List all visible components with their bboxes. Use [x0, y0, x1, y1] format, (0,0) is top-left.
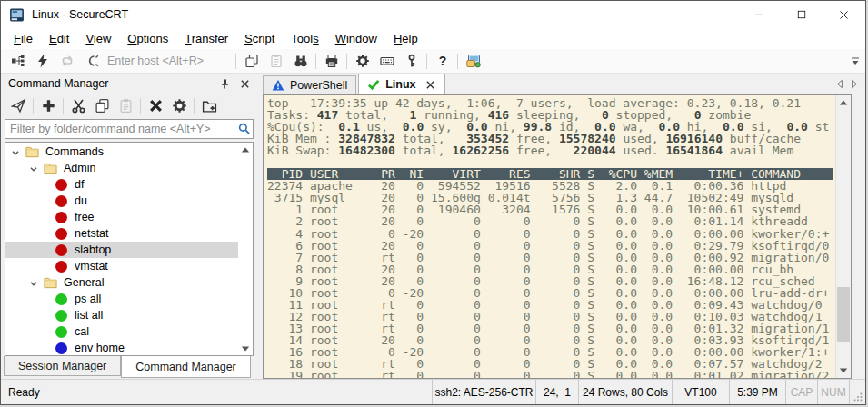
copy-command-icon[interactable] [90, 94, 114, 116]
tree-item-commands[interactable]: Commands [5, 144, 238, 160]
menu-script[interactable]: Script [236, 29, 283, 49]
tree-item-free[interactable]: free [5, 209, 238, 225]
tree-item-slabtop[interactable]: slabtop [5, 242, 238, 258]
toolbar-separator [315, 54, 316, 69]
panel-title: Command Manager [8, 77, 215, 90]
status-num-indicator: NUM [817, 380, 849, 404]
folder-icon [25, 145, 39, 158]
toolbar-separator [457, 54, 458, 69]
menu-help[interactable]: Help [385, 29, 426, 49]
sidebar-tabs: Session Manager Command Manager [1, 356, 257, 379]
delete-command-icon[interactable] [144, 94, 167, 116]
minimize-button[interactable] [737, 1, 780, 28]
tree-item-label: df [75, 178, 84, 191]
command-dot-icon [55, 244, 67, 256]
tab-close-icon[interactable] [424, 79, 436, 91]
tree-item-vmstat[interactable]: vmstat [5, 258, 238, 274]
menu-file[interactable]: File [5, 29, 41, 49]
copy-icon[interactable] [239, 50, 264, 73]
tree-item-du[interactable]: du [5, 193, 238, 209]
toolbar-overflow-icon[interactable] [848, 54, 863, 68]
terminal-screen[interactable]: top - 17:39:35 up 42 days, 1:06, 7 users… [264, 95, 835, 378]
window-title: Linux - SecureCRT [32, 8, 128, 21]
quick-connect-icon[interactable] [30, 50, 55, 73]
check-icon [367, 78, 380, 91]
menu-edit[interactable]: Edit [41, 29, 77, 49]
find-icon[interactable] [288, 50, 313, 73]
new-folder-icon[interactable] [197, 94, 221, 116]
tab-command-manager[interactable]: Command Manager [121, 356, 250, 378]
toolbar-separator [140, 98, 141, 114]
main-toolbar: ? [1, 49, 865, 74]
reconnect-icon [55, 50, 79, 73]
send-command-icon[interactable] [6, 94, 30, 116]
terminal-tab-strip: PowerShell Linux [263, 74, 865, 94]
tab-scroll-left-icon[interactable] [833, 77, 847, 91]
global-options-icon[interactable] [461, 50, 485, 73]
key-agent-icon[interactable] [399, 50, 424, 73]
tree-item-cal[interactable]: cal [5, 323, 238, 340]
alert-triangle-icon [272, 79, 284, 92]
scroll-up-icon[interactable] [836, 95, 851, 110]
tab-scroll-right-icon[interactable] [847, 77, 861, 91]
terminal-scrollbar[interactable] [835, 95, 851, 378]
tree-scrollbar[interactable] [238, 143, 253, 355]
keymap-editor-icon[interactable] [374, 50, 399, 73]
tree-item-list-all[interactable]: list all [5, 307, 238, 323]
pin-icon[interactable] [215, 75, 234, 93]
tab-linux[interactable]: Linux [358, 74, 444, 94]
print-icon[interactable] [319, 50, 344, 73]
tree-item-label: Commands [45, 145, 104, 158]
scroll-down-icon[interactable] [836, 363, 851, 378]
chevron-down-icon[interactable] [27, 276, 43, 290]
menu-window[interactable]: Window [327, 29, 385, 49]
chevron-down-icon[interactable] [9, 145, 25, 159]
folder-icon [44, 276, 57, 289]
tree-item-ps-all[interactable]: ps all [5, 291, 238, 307]
tab-powershell[interactable]: PowerShell [263, 75, 356, 94]
disconnect-icon[interactable] [79, 50, 104, 73]
toolbar-separator [426, 54, 427, 69]
terminal-line: 12 root rt 0 0 0 0 S 0.0 0.0 0:10.03 wat… [267, 311, 835, 323]
tree-item-netstat[interactable]: netstat [5, 225, 238, 242]
menu-options[interactable]: Options [119, 29, 176, 49]
command-options-icon[interactable] [167, 94, 191, 116]
status-clock: 5:39 PM [729, 380, 785, 404]
terminal-line: 19 root rt 0 0 0 0 S 0.0 0.0 0:01.02 mig… [267, 370, 835, 378]
tab-session-manager[interactable]: Session Manager [4, 356, 121, 376]
scroll-up-icon[interactable] [238, 143, 253, 156]
menu-view[interactable]: View [77, 29, 119, 49]
scroll-down-icon[interactable] [238, 342, 253, 355]
tree-item-admin[interactable]: Admin [5, 160, 238, 176]
resize-grip[interactable] [849, 380, 865, 404]
terminal-line: 2 root 20 0 0 0 0 S 0.0 0.0 0:01.14 kthr… [267, 215, 835, 227]
menu-tools[interactable]: Tools [283, 29, 326, 49]
status-caps-indicator: CAP [785, 380, 817, 404]
filter-box [5, 119, 254, 139]
tree-item-general[interactable]: General [5, 274, 238, 291]
scrollbar-track[interactable] [836, 110, 851, 363]
tree-item-env-home[interactable]: env home [5, 340, 238, 355]
chevron-down-icon[interactable] [27, 162, 43, 175]
panel-toolbar [1, 94, 257, 117]
tree-item-label: du [75, 194, 87, 207]
filter-input[interactable] [5, 123, 234, 135]
tree-item-label: ps all [75, 293, 101, 305]
session-options-gear-icon[interactable] [350, 50, 374, 73]
tree-item-df[interactable]: df [5, 176, 238, 193]
status-ready: Ready [1, 380, 432, 404]
status-cursor-position: 24, 1 [535, 380, 578, 404]
add-command-icon[interactable] [36, 94, 60, 116]
session-manager-icon[interactable] [5, 50, 30, 73]
command-dot-icon [55, 342, 67, 354]
close-button[interactable] [823, 1, 865, 28]
cut-icon[interactable] [66, 94, 90, 116]
panel-close-icon[interactable] [234, 75, 254, 93]
search-icon [234, 122, 253, 136]
menu-transfer[interactable]: Transfer [176, 29, 236, 49]
scrollbar-thumb[interactable] [837, 287, 850, 342]
help-icon[interactable]: ? [430, 50, 454, 73]
maximize-button[interactable] [780, 1, 823, 28]
command-dot-icon [55, 179, 67, 191]
host-input[interactable] [107, 55, 227, 67]
